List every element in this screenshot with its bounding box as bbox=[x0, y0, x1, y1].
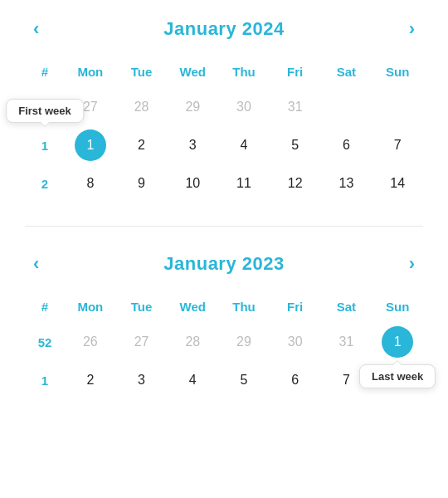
day-cell[interactable]: 2 bbox=[116, 128, 168, 163]
day-cell-selected[interactable]: 1 bbox=[65, 128, 116, 163]
col-header-fri: Fri bbox=[270, 291, 321, 321]
next-month-button[interactable]: › bbox=[401, 17, 423, 42]
day-cell[interactable]: 9 bbox=[116, 166, 168, 201]
day-cell[interactable]: 26 bbox=[65, 325, 116, 359]
day-cell[interactable]: 6 bbox=[270, 363, 321, 398]
day-cell[interactable]: 10 bbox=[167, 166, 218, 201]
day-cell[interactable]: 28 bbox=[116, 90, 168, 124]
day-cell[interactable]: 14 bbox=[372, 166, 423, 201]
day-cell[interactable]: 6 bbox=[321, 128, 373, 163]
day-cell[interactable]: 4 bbox=[218, 128, 270, 163]
week-number[interactable]: 1 bbox=[25, 363, 65, 398]
col-header-thu: Thu bbox=[218, 291, 270, 321]
col-header-tue: Tue bbox=[116, 56, 168, 86]
day-cell[interactable]: 12 bbox=[270, 166, 321, 201]
week-number[interactable]: 2 bbox=[25, 166, 65, 201]
day-cell bbox=[321, 90, 373, 124]
calendar-january-2024: ‹ January 2024 › # Mon Tue Wed Thu Fri S… bbox=[25, 17, 423, 201]
day-cell bbox=[372, 90, 423, 124]
day-cell[interactable]: 7 bbox=[372, 128, 423, 163]
col-header-sun: Sun bbox=[372, 56, 423, 86]
divider bbox=[25, 226, 423, 227]
col-header-tue: Tue bbox=[116, 291, 168, 321]
day-cell[interactable]: 27 bbox=[116, 325, 168, 359]
col-header-wed: Wed bbox=[167, 56, 218, 86]
calendar-header: ‹ January 2023 › bbox=[25, 251, 423, 276]
day-cell[interactable]: 11 bbox=[218, 166, 270, 201]
col-header-hash: # bbox=[25, 56, 65, 86]
day-cell[interactable]: 30 bbox=[218, 90, 270, 124]
calendar-grid: # Mon Tue Wed Thu Fri Sat Sun 27 28 29 3… bbox=[25, 56, 423, 201]
day-cell-selected[interactable]: 1 Last week bbox=[372, 325, 423, 359]
calendar-header: ‹ January 2024 › bbox=[25, 17, 423, 42]
col-header-fri: Fri bbox=[270, 56, 321, 86]
day-cell[interactable]: 8 bbox=[372, 363, 423, 398]
col-header-wed: Wed bbox=[167, 291, 218, 321]
col-header-mon: Mon bbox=[65, 56, 116, 86]
col-header-sat: Sat bbox=[321, 291, 373, 321]
day-cell[interactable]: 4 bbox=[167, 363, 218, 398]
col-header-hash: # bbox=[25, 291, 65, 321]
day-cell[interactable]: 31 bbox=[321, 325, 373, 359]
col-header-sat: Sat bbox=[321, 56, 373, 86]
day-cell[interactable]: 5 bbox=[218, 363, 270, 398]
day-cell[interactable]: 5 bbox=[270, 128, 321, 163]
day-cell[interactable]: 31 bbox=[270, 90, 321, 124]
week-number[interactable]: 52 bbox=[25, 325, 65, 359]
day-cell[interactable]: 30 bbox=[270, 325, 321, 359]
week-number[interactable]: 1 First week bbox=[25, 128, 65, 163]
next-month-button[interactable]: › bbox=[401, 251, 423, 276]
day-cell[interactable]: 8 bbox=[65, 166, 116, 201]
prev-month-button[interactable]: ‹ bbox=[25, 17, 47, 42]
day-cell[interactable]: 3 bbox=[167, 128, 218, 163]
day-cell[interactable]: 7 bbox=[321, 363, 373, 398]
calendar-title: January 2023 bbox=[163, 253, 284, 275]
day-cell[interactable]: 13 bbox=[321, 166, 373, 201]
calendar-grid: # Mon Tue Wed Thu Fri Sat Sun 52 26 27 2… bbox=[25, 291, 423, 398]
day-cell[interactable]: 29 bbox=[167, 90, 218, 124]
col-header-thu: Thu bbox=[218, 56, 270, 86]
calendar-title: January 2024 bbox=[163, 18, 284, 40]
day-cell[interactable]: 2 bbox=[65, 363, 116, 398]
day-cell[interactable]: 3 bbox=[116, 363, 168, 398]
day-cell[interactable]: 29 bbox=[218, 325, 270, 359]
prev-month-button[interactable]: ‹ bbox=[25, 251, 47, 276]
calendar-january-2023: ‹ January 2023 › # Mon Tue Wed Thu Fri S… bbox=[25, 251, 423, 398]
col-header-mon: Mon bbox=[65, 291, 116, 321]
week-number bbox=[25, 90, 65, 124]
day-cell[interactable]: 28 bbox=[167, 325, 218, 359]
col-header-sun: Sun bbox=[372, 291, 423, 321]
day-cell[interactable]: 27 bbox=[65, 90, 116, 124]
